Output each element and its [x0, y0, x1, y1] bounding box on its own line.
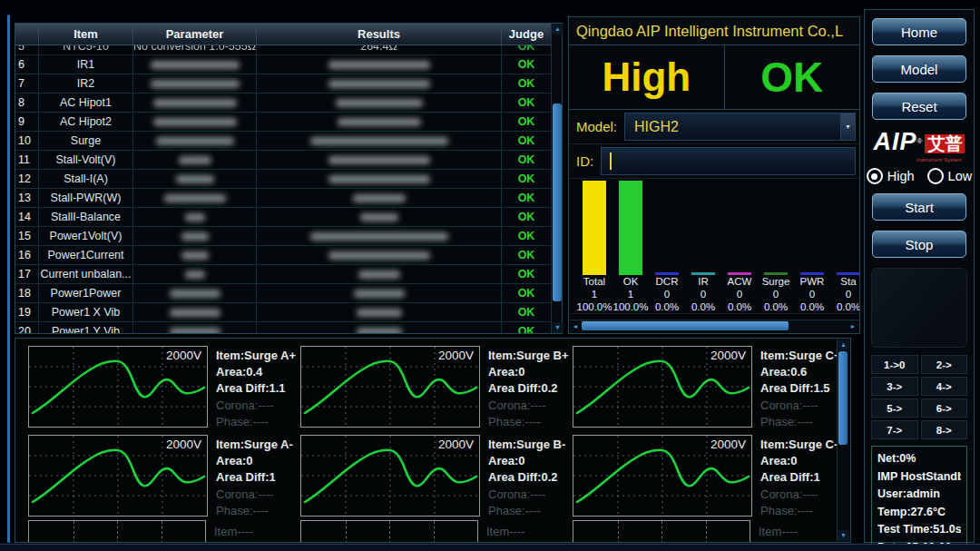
io-cell[interactable]: 8-> — [921, 420, 968, 439]
scroll-up-icon[interactable]: ▲ — [838, 339, 849, 350]
table-row[interactable]: 12 Stall-I(A) OK — [15, 170, 551, 189]
waveform-card: 2000V Item:Surge B+ Area:0 Area Diff:0.2… — [300, 346, 573, 431]
app-window: Item Parameter Results Judge 5 NTC5-10 N… — [0, 0, 980, 551]
table-row[interactable]: 17 Current unbalan... OK — [15, 265, 551, 284]
row-parameter: No conversion 1.0-555Ω — [133, 45, 257, 54]
waveform-info: Item:Surge B- Area:0 Area Diff:0.2 Coron… — [488, 435, 565, 520]
io-cell[interactable]: 7-> — [871, 420, 918, 439]
chart-hscrollbar[interactable]: ◄ ► — [570, 320, 858, 332]
bar-pct: 0.0% — [837, 301, 859, 313]
results-table-panel: Item Parameter Results Judge 5 NTC5-10 N… — [15, 23, 563, 334]
row-results — [257, 189, 502, 207]
table-row[interactable]: 13 Stall-PWR(W) OK — [15, 189, 551, 208]
table-row[interactable]: 18 Power1Power OK — [15, 284, 551, 303]
row-judge: OK — [502, 265, 551, 283]
io-cell[interactable]: 2-> — [921, 355, 968, 374]
bar-label: ACW — [728, 276, 752, 288]
model-value: HIGH2 — [625, 119, 679, 135]
bar — [619, 181, 642, 275]
table-row[interactable]: 9 AC Hipot2 OK — [15, 113, 551, 132]
wave-corona-label: Corona:---- — [760, 487, 838, 503]
io-cell[interactable]: 4-> — [921, 377, 968, 396]
model-select[interactable]: HIGH2 ▼ — [624, 113, 856, 141]
id-input[interactable] — [601, 147, 856, 175]
table-row[interactable]: 19 Power1 X Vib OK — [15, 303, 551, 322]
radio-low-label: Low — [948, 169, 973, 183]
table-row[interactable]: 20 Power1 Y Vib OK — [15, 322, 551, 333]
volt-label: 2000V — [710, 438, 746, 451]
chart-hscrollbar-thumb[interactable] — [582, 321, 789, 330]
table-row[interactable]: 7 IR2 OK — [15, 74, 551, 93]
radio-high[interactable]: High — [867, 168, 915, 184]
io-cell[interactable]: 6-> — [921, 398, 968, 418]
text-caret — [610, 153, 612, 170]
wave-phase-label: Phase:---- — [216, 503, 293, 519]
row-num: 17 — [15, 265, 39, 283]
row-item: AC Hipot1 — [39, 93, 133, 112]
bar-count: 1 — [592, 289, 597, 300]
wave-corona-label: Corona:---- — [760, 398, 841, 414]
row-results — [257, 265, 502, 283]
table-row[interactable]: 11 Stall-Volt(V) OK — [15, 151, 551, 170]
table-scrollbar[interactable]: ▲ ▼ — [551, 24, 562, 333]
bar-label: PWR — [800, 276, 825, 288]
redacted-results — [338, 118, 421, 126]
redacted-results — [328, 61, 430, 69]
waveform-info: Item:Surge C- Area:0 Area Diff:1 Corona:… — [760, 435, 838, 520]
status-line: Temp:27.6°C — [877, 504, 961, 522]
waveform-card: 2000V Item:Surge C+ Area:0.6 Area Diff:1… — [573, 346, 845, 431]
io-cell[interactable]: 1->0 — [871, 355, 918, 374]
model-button[interactable]: Model — [872, 55, 966, 83]
chevron-down-icon[interactable]: ▼ — [840, 113, 855, 140]
bar-pct: 0.0% — [655, 301, 679, 313]
row-judge: OK — [502, 132, 551, 150]
stop-button[interactable]: Stop — [872, 231, 966, 258]
table-row[interactable]: 14 StallI-Balance OK — [15, 208, 551, 227]
waveform-chart: 2000V — [573, 346, 752, 428]
bar-pct: 0.0% — [691, 301, 715, 313]
row-item: NTC5-10 — [39, 45, 133, 54]
row-results — [257, 322, 502, 333]
table-row[interactable]: 10 Surge OK — [15, 132, 551, 151]
row-item: Power1Power — [39, 284, 133, 302]
table-row[interactable]: 16 Power1Current OK — [15, 246, 551, 265]
radio-low[interactable]: Low — [927, 168, 973, 184]
bar — [837, 272, 859, 275]
row-parameter — [133, 132, 257, 150]
redacted-parameter — [151, 61, 240, 69]
waveform-card-partial: Item---- — [300, 520, 525, 543]
row-parameter — [133, 208, 257, 226]
row-num: 16 — [15, 246, 39, 264]
waveform-scrollbar-thumb[interactable] — [838, 351, 848, 445]
row-num: 5 — [15, 45, 39, 54]
row-num: 12 — [15, 170, 39, 188]
scroll-down-icon[interactable]: ▼ — [838, 530, 849, 541]
table-row[interactable]: 6 IR1 OK — [15, 55, 551, 74]
wave-corona-label: Corona:---- — [488, 398, 569, 414]
table-row[interactable]: 15 Power1Volt(V) OK — [15, 227, 551, 246]
row-judge: OK — [502, 93, 551, 112]
scroll-left-icon[interactable]: ◄ — [570, 320, 581, 332]
reset-button[interactable]: Reset — [872, 93, 966, 120]
partial-item-label: Item---- — [486, 524, 525, 543]
io-cell[interactable]: 3-> — [871, 377, 918, 396]
scroll-right-icon[interactable]: ► — [848, 320, 858, 332]
table-row[interactable]: 5 NTC5-10 No conversion 1.0-555Ω 264.4Ω … — [15, 45, 551, 55]
waveform-scrollbar[interactable]: ▲ ▼ — [837, 339, 849, 541]
io-cell[interactable]: 5-> — [871, 398, 918, 418]
table-row[interactable]: 8 AC Hipot1 OK — [15, 93, 551, 113]
row-parameter — [133, 303, 257, 321]
bar-count: 0 — [664, 289, 670, 300]
scroll-up-icon[interactable]: ▲ — [552, 24, 564, 34]
wave-phase-label: Phase:---- — [760, 503, 838, 519]
row-results — [257, 303, 502, 321]
verdict-text: OK — [760, 53, 823, 102]
start-button[interactable]: Start — [872, 193, 966, 221]
scroll-down-icon[interactable]: ▼ — [552, 322, 564, 333]
home-button[interactable]: Home — [872, 18, 966, 45]
redacted-parameter — [170, 290, 220, 298]
table-scrollbar-thumb[interactable] — [553, 103, 562, 301]
volt-label: 2000V — [166, 349, 201, 362]
row-item: Stall-I(A) — [39, 170, 133, 188]
bar-count: 0 — [701, 289, 706, 300]
